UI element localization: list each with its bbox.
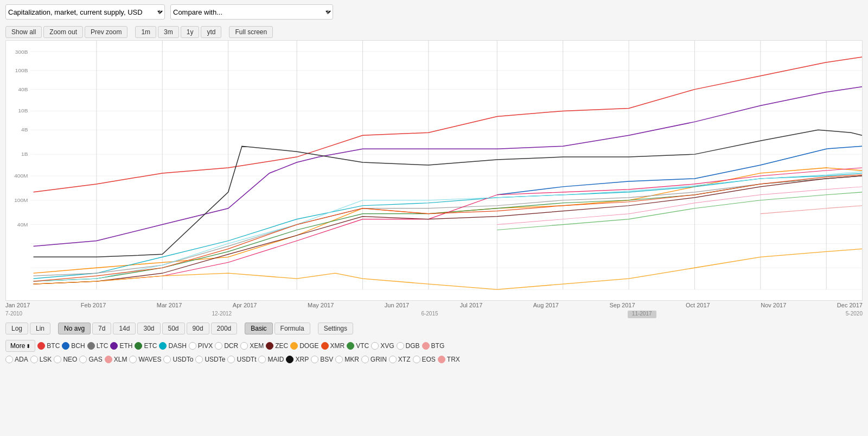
metric-dropdown-wrapper: Capitalization, market, current supply, … (5, 4, 165, 20)
legend-label-btg: BTG (431, 342, 445, 350)
legend-label-eos: EOS (422, 356, 436, 363)
200d-button[interactable]: 200d (211, 323, 238, 334)
legend-dot-xem (240, 342, 248, 350)
legend-item-pivx[interactable]: PIVX (189, 342, 213, 350)
1m-button[interactable]: 1m (135, 26, 156, 38)
legend-item-bsv[interactable]: BSV (311, 356, 333, 363)
legend-item-etc[interactable]: ETC (135, 342, 157, 350)
3m-button[interactable]: 3m (158, 26, 179, 38)
legend-dot-doge (290, 342, 298, 350)
1y-button[interactable]: 1y (181, 26, 200, 38)
legend-dot-xvg (371, 342, 379, 350)
no-avg-button[interactable]: No avg (58, 323, 91, 334)
legend-item-maid[interactable]: MAID (258, 356, 284, 363)
legend-item-xem[interactable]: XEM (240, 342, 264, 350)
log-button[interactable]: Log (5, 323, 28, 334)
timeline-label-4: 11-2017 (628, 311, 656, 318)
legend-item-lsk[interactable]: LSK (30, 356, 52, 363)
more-button[interactable]: More ⬍ (5, 340, 35, 352)
basic-button[interactable]: Basic (245, 323, 272, 334)
x-label-mar: Mar 2017 (157, 302, 182, 308)
legend-item-xrp[interactable]: XRP (286, 356, 309, 363)
legend-item-mkr[interactable]: MKR (335, 356, 359, 363)
x-label-jul: Jul 2017 (460, 302, 483, 308)
svg-text:40B: 40B (18, 86, 28, 92)
legend-row-2: ADALSKNEOGASXLMWAVESUSDToUSDTeUSDTtMAIDX… (0, 354, 868, 365)
legend-item-waves[interactable]: WAVES (129, 356, 161, 363)
legend-label-usdto: USDTo (173, 356, 193, 363)
legend-item-bch[interactable]: BCH (62, 342, 85, 350)
legend-label-xvg: XVG (380, 342, 394, 350)
7d-button[interactable]: 7d (92, 323, 111, 334)
legend-item-xlm[interactable]: XLM (105, 356, 127, 363)
legend-item-eos[interactable]: EOS (413, 356, 436, 363)
legend-item-trx[interactable]: TRX (438, 356, 460, 363)
x-label-aug: Aug 2017 (533, 302, 559, 308)
settings-button[interactable]: Settings (318, 323, 353, 334)
legend-item-ada[interactable]: ADA (5, 356, 28, 363)
legend-item-ltc[interactable]: LTC (87, 342, 108, 350)
legend-label-gas: GAS (88, 356, 102, 363)
legend-item-xmr[interactable]: XMR (321, 342, 345, 350)
legend-label-bsv: BSV (320, 356, 333, 363)
legend-item-dcr[interactable]: DCR (215, 342, 238, 350)
legend-label-maid: MAID (267, 356, 284, 363)
legend-dot-gas (79, 356, 87, 363)
x-label-dec: Dec 2017 (837, 302, 863, 308)
legend-item-zec[interactable]: ZEC (266, 342, 288, 350)
legend-item-usdto[interactable]: USDTo (163, 356, 193, 363)
timeline-label-5: 5-2020 (846, 311, 863, 318)
legend-label-xtz: XTZ (398, 356, 411, 363)
legend-label-etc: ETC (144, 342, 157, 350)
legend-dot-xrp (286, 356, 293, 363)
ytd-button[interactable]: ytd (201, 26, 221, 38)
legend-dot-maid (258, 356, 266, 363)
svg-text:40M: 40M (17, 222, 28, 228)
legend-label-waves: WAVES (138, 356, 161, 363)
legend-label-xlm: XLM (114, 356, 127, 363)
top-controls: Capitalization, market, current supply, … (0, 0, 868, 24)
30d-button[interactable]: 30d (137, 323, 160, 334)
legend-dot-waves (129, 356, 137, 363)
14d-button[interactable]: 14d (113, 323, 136, 334)
legend-dot-ada (5, 356, 13, 363)
legend-item-btc[interactable]: BTC (37, 342, 60, 350)
legend-item-dgb[interactable]: DGB (397, 342, 420, 350)
legend-label-doge: DOGE (299, 342, 318, 350)
legend-label-xem: XEM (250, 342, 264, 350)
lin-button[interactable]: Lin (30, 323, 50, 334)
legend-dot-bsv (311, 356, 318, 363)
legend-item-vtc[interactable]: VTC (347, 342, 369, 350)
timeline-label-2: 12-2012 (212, 311, 232, 318)
legend-item-usdte[interactable]: USDTe (195, 356, 225, 363)
legend-item-usdtt[interactable]: USDTt (227, 356, 256, 363)
legend-item-xvg[interactable]: XVG (371, 342, 394, 350)
full-screen-button[interactable]: Full screen (229, 26, 273, 38)
zoom-out-button[interactable]: Zoom out (43, 26, 83, 38)
chart-svg: 300B 100B 40B 10B 4B 1B 400M 100M 40M (6, 41, 862, 300)
legend-dot-ltc (87, 342, 95, 350)
legend-item-xtz[interactable]: XTZ (389, 356, 411, 363)
x-label-jun: Jun 2017 (385, 302, 409, 308)
legend-item-grin[interactable]: GRIN (361, 356, 387, 363)
legend-item-dash[interactable]: DASH (159, 342, 186, 350)
90d-button[interactable]: 90d (187, 323, 209, 334)
legend-item-neo[interactable]: NEO (54, 356, 77, 363)
legend-dot-eth (110, 342, 118, 350)
show-all-button[interactable]: Show all (5, 26, 42, 38)
legend-label-neo: NEO (63, 356, 77, 363)
50d-button[interactable]: 50d (162, 323, 185, 334)
metric-dropdown[interactable]: Capitalization, market, current supply, … (5, 4, 165, 20)
legend-item-gas[interactable]: GAS (79, 356, 102, 363)
legend-item-doge[interactable]: DOGE (290, 342, 318, 350)
compare-dropdown[interactable]: Compare with... (170, 4, 333, 20)
legend-label-usdtt: USDTt (237, 356, 256, 363)
legend-item-eth[interactable]: ETH (110, 342, 132, 350)
prev-zoom-button[interactable]: Prev zoom (85, 26, 127, 38)
legend-item-btg[interactable]: BTG (422, 342, 445, 350)
timeline-bar[interactable]: 7-2010 12-2012 6-2015 11-2017 5-2020 (0, 309, 868, 319)
legend-dot-mkr (335, 356, 343, 363)
svg-text:100M: 100M (14, 197, 28, 203)
svg-text:1B: 1B (21, 151, 28, 157)
formula-button[interactable]: Formula (275, 323, 310, 334)
